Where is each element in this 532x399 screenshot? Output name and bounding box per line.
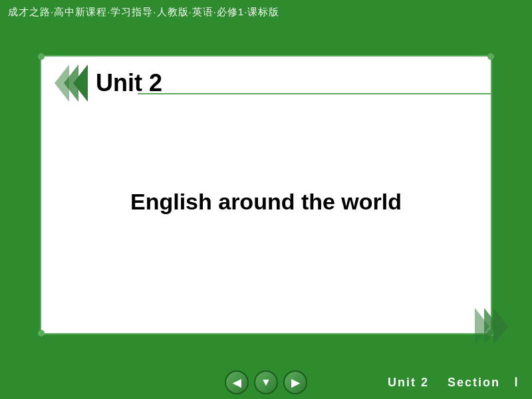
corner-dot-bl <box>38 330 45 336</box>
next-icon: ▶ <box>291 376 299 389</box>
home-button[interactable]: ▼ <box>254 370 278 394</box>
home-icon: ▼ <box>261 376 271 388</box>
chevron-right-2 <box>484 308 499 345</box>
unit-line <box>138 93 491 94</box>
bottom-section: Section <box>448 376 500 389</box>
content-card: Unit 2 English around the world <box>40 55 492 334</box>
chevron-left-2 <box>64 65 78 102</box>
nav-buttons: ◀ ▼ ▶ <box>225 370 307 394</box>
next-button[interactable]: ▶ <box>283 370 307 394</box>
chevrons-left-decoration <box>55 65 82 102</box>
bottom-unit: Unit 2 <box>388 376 429 389</box>
bottom-info: Unit 2 Section Ⅰ <box>388 375 519 390</box>
card-subtitle: English around the world <box>130 189 402 215</box>
prev-button[interactable]: ◀ <box>225 370 249 394</box>
main-area: Unit 2 English around the world <box>0 24 532 366</box>
chevrons-right-decoration <box>475 308 503 345</box>
bottom-bar: ◀ ▼ ▶ Unit 2 Section Ⅰ <box>0 366 532 399</box>
prev-icon: ◀ <box>233 376 241 389</box>
bottom-number: Ⅰ <box>514 376 519 389</box>
unit-header: Unit 2 <box>41 57 491 110</box>
header-title: 成才之路·高中新课程·学习指导·人教版·英语·必修1·课标版 <box>8 6 279 19</box>
top-bar: 成才之路·高中新课程·学习指导·人教版·英语·必修1·课标版 <box>0 0 532 24</box>
